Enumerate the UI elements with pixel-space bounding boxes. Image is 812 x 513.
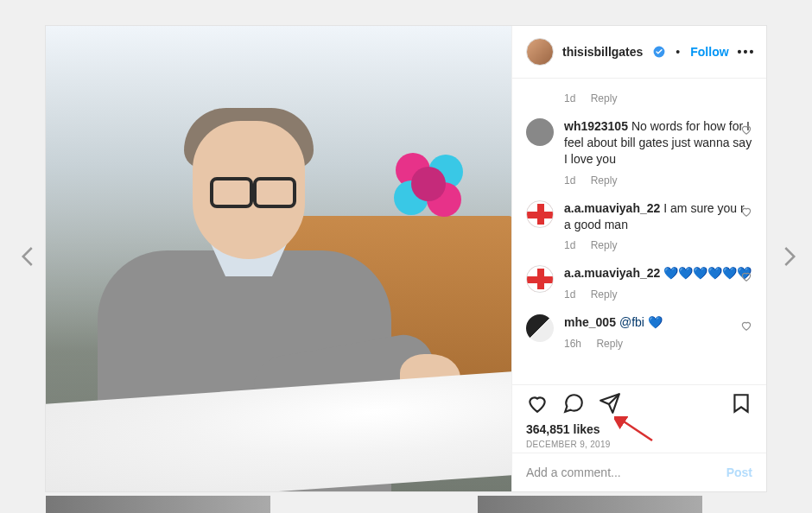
comment-item: a.a.muaviyah_22💙💙💙💙💙💙 1d Reply xyxy=(512,258,766,307)
like-comment-icon[interactable] xyxy=(740,270,752,285)
author-username[interactable]: thisisbillgates xyxy=(562,45,643,59)
comment-reply-button[interactable]: Reply xyxy=(591,92,618,104)
post-photo[interactable] xyxy=(46,26,511,491)
commenter-username[interactable]: wh1923105 xyxy=(564,119,628,133)
comment-time: 1d xyxy=(564,92,575,104)
more-options-button[interactable]: ••• xyxy=(738,45,756,59)
follow-button[interactable]: Follow xyxy=(690,45,728,59)
mention-link[interactable]: @fbi xyxy=(619,315,644,329)
post-actions: 364,851 likes DECEMBER 9, 2019 xyxy=(512,384,766,453)
commenter-avatar[interactable] xyxy=(526,118,554,146)
comment-reply-button[interactable]: Reply xyxy=(591,239,618,251)
comment-icon[interactable] xyxy=(562,392,585,417)
verified-badge-icon xyxy=(653,46,665,58)
next-post-arrow[interactable] xyxy=(774,242,803,271)
like-icon[interactable] xyxy=(526,392,549,417)
add-comment-form: Post xyxy=(512,453,766,491)
comment-time: 1d xyxy=(564,174,575,187)
commenter-username[interactable]: a.a.muaviyah_22 xyxy=(564,201,660,215)
comment-time: 16h xyxy=(564,338,581,350)
comment-item: wh1923105No words for how for I feel abo… xyxy=(512,111,766,193)
comments-list: 1d Reply wh1923105No words for how for I… xyxy=(512,79,766,384)
like-comment-icon[interactable] xyxy=(740,206,752,220)
prev-post-arrow[interactable] xyxy=(14,242,43,271)
commenter-avatar[interactable] xyxy=(526,200,554,228)
post-comment-button[interactable]: Post xyxy=(726,466,752,479)
comment-text: 💙💙💙💙💙💙 xyxy=(663,266,752,280)
save-icon[interactable] xyxy=(730,392,752,417)
comment-input[interactable] xyxy=(526,466,726,479)
like-comment-icon[interactable] xyxy=(740,320,752,334)
comment-time: 1d xyxy=(564,288,575,301)
author-avatar[interactable] xyxy=(526,38,554,66)
share-icon[interactable] xyxy=(599,392,621,417)
separator: • xyxy=(676,45,680,59)
post-modal: thisisbillgates • Follow ••• 1d Reply xyxy=(46,26,766,491)
post-sidebar: thisisbillgates • Follow ••• 1d Reply xyxy=(511,26,766,491)
comment-reply-button[interactable]: Reply xyxy=(591,174,618,187)
feed-thumb[interactable] xyxy=(46,496,270,513)
comment-text: 💙 xyxy=(648,315,663,329)
comment-reply-button[interactable]: Reply xyxy=(596,338,623,350)
post-date: DECEMBER 9, 2019 xyxy=(526,440,752,449)
comment-item: mhe_005@fbi 💙 16h Reply xyxy=(512,307,766,357)
commenter-username[interactable]: a.a.muaviyah_22 xyxy=(564,266,660,280)
comment-item: 1d Reply xyxy=(512,79,766,111)
commenter-avatar[interactable] xyxy=(526,265,554,293)
feed-thumb[interactable] xyxy=(478,496,702,513)
comment-time: 1d xyxy=(564,239,575,251)
comment-reply-button[interactable]: Reply xyxy=(591,288,618,301)
like-comment-icon[interactable] xyxy=(740,124,752,138)
commenter-username[interactable]: mhe_005 xyxy=(564,315,616,329)
commenter-avatar[interactable] xyxy=(526,314,554,342)
comment-item: a.a.muaviyah_22I am sure you r a good ma… xyxy=(512,193,766,259)
post-header: thisisbillgates • Follow ••• xyxy=(512,26,766,79)
likes-count[interactable]: 364,851 likes xyxy=(526,422,752,436)
feed-thumbnails xyxy=(46,496,766,513)
